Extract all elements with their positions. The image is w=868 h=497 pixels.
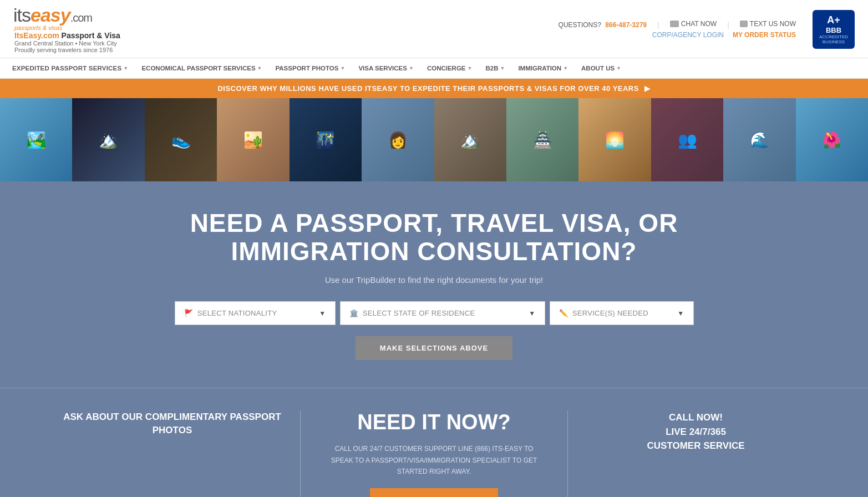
nav-label: PASSPORT PHOTOS bbox=[276, 65, 339, 72]
center-body: CALL OUR 24/7 CUSTOMER SUPPORT LINE (866… bbox=[323, 443, 545, 477]
text-us[interactable]: TEXT US NOW bbox=[740, 20, 796, 28]
passports-label: passports & visas bbox=[14, 24, 120, 31]
photo-3: 👟 bbox=[145, 98, 217, 181]
nav-item-economical[interactable]: ECONOMICAL PASSPORT SERVICES ▼ bbox=[135, 58, 268, 78]
order-link[interactable]: MY ORDER STATUS bbox=[733, 31, 796, 39]
header-right: QUESTIONS? 866-487-3279 | CHAT NOW | TEX… bbox=[559, 10, 855, 49]
main-content: NEED A PASSPORT, TRAVEL VISA, OR IMMIGRA… bbox=[0, 181, 868, 388]
questions-label: QUESTIONS? bbox=[559, 21, 601, 29]
flag-icon: 🚩 bbox=[184, 309, 193, 317]
call-button[interactable]: CALL 1-866-487-3279 bbox=[370, 488, 499, 497]
center-heading: NEED IT NOW? bbox=[323, 410, 545, 434]
contact-block: QUESTIONS? 866-487-3279 | CHAT NOW | TEX… bbox=[559, 20, 796, 39]
arrow-icon: ▼ bbox=[616, 65, 621, 71]
bbb-label: BBB bbox=[819, 26, 848, 34]
corp-link[interactable]: CORP/AGENCY LOGIN bbox=[652, 31, 724, 39]
chat-now[interactable]: CHAT NOW bbox=[670, 20, 717, 28]
bottom-right: CALL NOW!LIVE 24/7/365CUSTOMER SERVICE bbox=[568, 410, 824, 497]
dropdown-arrow-icon: ▼ bbox=[677, 310, 684, 317]
logo: itseasy.com bbox=[13, 6, 92, 24]
nav-label: VISA SERVICES bbox=[358, 65, 407, 72]
tagline: Proudly serving travelers since 1976 bbox=[14, 47, 120, 53]
photo-6: 👩 bbox=[362, 98, 434, 181]
state-dropdown[interactable]: 🏛️ Select State of Residence ▼ bbox=[340, 301, 545, 325]
service-label: SERVICE(S) NEEDED bbox=[572, 309, 648, 317]
arrow-icon: ▼ bbox=[409, 65, 414, 71]
bottom-center: NEED IT NOW? CALL OUR 24/7 CUSTOMER SUPP… bbox=[300, 410, 568, 497]
bottom-left: ASK ABOUT OUR COMPLIMENTARY PASSPORT PHO… bbox=[44, 410, 300, 497]
separator2: | bbox=[727, 21, 729, 29]
nav-label: ECONOMICAL PASSPORT SERVICES bbox=[141, 65, 255, 72]
photo-11: 🌊 bbox=[723, 98, 795, 181]
questions-row: QUESTIONS? 866-487-3279 | CHAT NOW | TEX… bbox=[559, 20, 796, 29]
photo-10: 👥 bbox=[651, 98, 723, 181]
arrow-icon: ▼ bbox=[468, 65, 473, 71]
nav-item-visa[interactable]: VISA SERVICES ▼ bbox=[352, 58, 420, 78]
separator: | bbox=[657, 21, 659, 29]
nav-label: IMMIGRATION bbox=[518, 65, 561, 72]
tripbuilder-form: 🚩 Select Nationality ▼ 🏛️ Select State o… bbox=[11, 301, 857, 325]
logo-area: itseasy.com passports & visas ItsEasy.co… bbox=[13, 6, 120, 53]
nav-label: EXPEDITED PASSPORT SERVICES bbox=[12, 65, 121, 72]
nav-item-expedited[interactable]: EXPEDITED PASSPORT SERVICES ▼ bbox=[6, 58, 135, 78]
dropdown-arrow-icon: ▼ bbox=[319, 310, 326, 317]
photo-1: 🏞️ bbox=[0, 98, 72, 181]
nav-item-concierge[interactable]: CONCIERGE ▼ bbox=[420, 58, 479, 78]
brand-name: ItsEasy.com bbox=[14, 31, 59, 40]
nav-item-photos[interactable]: PASSPORT PHOTOS ▼ bbox=[269, 58, 352, 78]
photo-5: 🌃 bbox=[290, 98, 362, 181]
state-icon: 🏛️ bbox=[349, 309, 358, 317]
photo-strip: 🏞️ 🏔️ 👟 🏜️ 🌃 👩 🏔️ 🏯 🌅 👥 🌊 🌺 bbox=[0, 98, 868, 181]
promo-banner[interactable]: DISCOVER WHY MILLIONS HAVE USED ITSEASY … bbox=[0, 79, 868, 98]
banner-text: DISCOVER WHY MILLIONS HAVE USED ITSEASY … bbox=[217, 84, 638, 93]
phone-link[interactable]: 866-487-3279 bbox=[605, 21, 647, 29]
state-label: Select State of Residence bbox=[363, 309, 475, 317]
photo-12: 🌺 bbox=[796, 98, 868, 181]
right-heading: CALL NOW!LIVE 24/7/365CUSTOMER SERVICE bbox=[585, 410, 807, 453]
links-row: CORP/AGENCY LOGIN MY ORDER STATUS bbox=[559, 31, 796, 39]
chat-icon bbox=[670, 21, 679, 27]
bbb-sub: ACCREDITEDBUSINESS bbox=[819, 34, 848, 44]
bbb-ap: A+ bbox=[819, 14, 848, 26]
logo-details: ItsEasy.com Passport & Visa Grand Centra… bbox=[14, 31, 120, 53]
nav-item-b2b[interactable]: B2B ▼ bbox=[479, 58, 511, 78]
arrow-icon: ▼ bbox=[500, 65, 505, 71]
sub-heading: Use our TripBuilder to find the right do… bbox=[11, 275, 857, 285]
service-dropdown[interactable]: ✏️ SERVICE(S) NEEDED ▼ bbox=[550, 301, 694, 325]
bbb-badge: A+ BBB ACCREDITEDBUSINESS bbox=[813, 10, 855, 49]
address: Grand Central Station • New York City bbox=[14, 40, 120, 47]
nationality-dropdown[interactable]: 🚩 Select Nationality ▼ bbox=[175, 301, 336, 325]
nav-label: ABOUT US bbox=[581, 65, 615, 72]
banner-arrow-icon: ▶ bbox=[644, 84, 651, 93]
text-icon bbox=[740, 21, 748, 27]
photo-9: 🌅 bbox=[578, 98, 651, 181]
header: itseasy.com passports & visas ItsEasy.co… bbox=[0, 0, 868, 58]
photo-2: 🏔️ bbox=[72, 98, 144, 181]
left-heading: ASK ABOUT OUR COMPLIMENTARY PASSPORT PHO… bbox=[61, 410, 283, 437]
arrow-icon: ▼ bbox=[340, 65, 345, 71]
nav-item-about[interactable]: ABOUT US ▼ bbox=[575, 58, 628, 78]
brand-suffix: Passport & Visa bbox=[62, 31, 120, 40]
arrow-icon: ▼ bbox=[563, 65, 568, 71]
nav: EXPEDITED PASSPORT SERVICES ▼ ECONOMICAL… bbox=[0, 58, 868, 79]
nav-label: B2B bbox=[485, 65, 498, 72]
submit-button[interactable]: MAKE SELECTIONS ABOVE bbox=[356, 336, 512, 360]
dropdown-arrow-icon: ▼ bbox=[529, 310, 535, 317]
arrow-icon: ▼ bbox=[257, 65, 262, 71]
main-heading: NEED A PASSPORT, TRAVEL VISA, OR IMMIGRA… bbox=[185, 209, 684, 265]
nav-label: CONCIERGE bbox=[427, 65, 466, 72]
bottom-section: ASK ABOUT OUR COMPLIMENTARY PASSPORT PHO… bbox=[0, 388, 868, 497]
photo-7: 🏔️ bbox=[434, 98, 506, 181]
nationality-label: Select Nationality bbox=[197, 309, 277, 317]
service-icon: ✏️ bbox=[559, 309, 568, 317]
arrow-icon: ▼ bbox=[123, 65, 128, 71]
photo-8: 🏯 bbox=[506, 98, 578, 181]
nav-item-immigration[interactable]: IMMIGRATION ▼ bbox=[511, 58, 575, 78]
photo-4: 🏜️ bbox=[217, 98, 289, 181]
